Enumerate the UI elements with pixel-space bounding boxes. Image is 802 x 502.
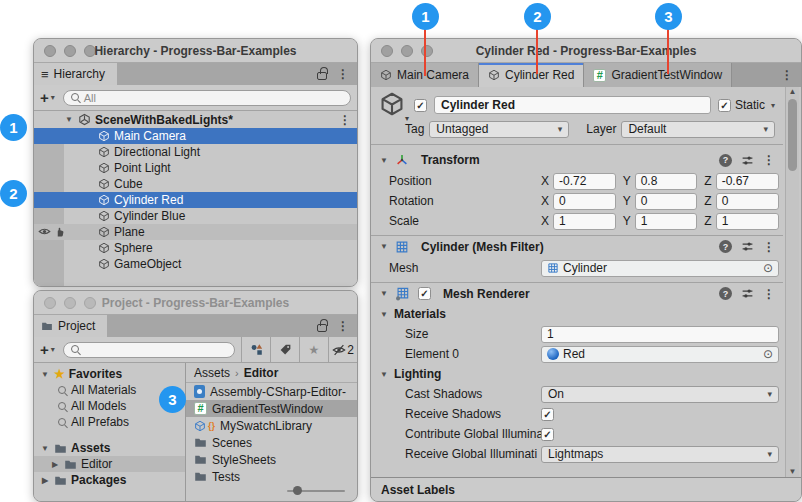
create-dropdown-caret-icon[interactable] xyxy=(51,345,55,354)
folder-assets[interactable]: Assets xyxy=(34,440,185,456)
gameobject-name-field[interactable]: Cylinder Red xyxy=(434,96,711,114)
component-enabled-checkbox[interactable] xyxy=(418,287,431,300)
close-window-button[interactable] xyxy=(44,297,56,309)
file-assembly-csharp-editor[interactable]: Assembly-CSharp-Editor- xyxy=(186,383,357,400)
tab-project[interactable]: Project xyxy=(34,315,107,337)
materials-size-field[interactable]: 1 xyxy=(541,326,779,343)
foldout-closed-icon[interactable] xyxy=(50,460,60,469)
layer-dropdown[interactable]: Default xyxy=(621,121,775,138)
hierarchy-item-sphere[interactable]: Sphere xyxy=(34,240,357,256)
mesh-renderer-component-header[interactable]: Mesh Renderer xyxy=(371,282,783,304)
contribute-gi-checkbox[interactable] xyxy=(541,428,554,441)
hierarchy-item-main-camera[interactable]: Main Camera xyxy=(34,128,357,144)
search-by-label-button[interactable] xyxy=(270,337,299,362)
mesh-object-field[interactable]: Cylinder xyxy=(541,260,779,277)
foldout-closed-icon[interactable] xyxy=(40,476,50,485)
close-window-button[interactable] xyxy=(44,45,56,57)
inspector-titlebar[interactable]: Cylinder Red - Progress-Bar-Examples xyxy=(371,39,801,63)
hierarchy-item-cylinder-blue[interactable]: Cylinder Blue xyxy=(34,208,357,224)
element0-object-field[interactable]: Red xyxy=(541,346,779,363)
close-window-button[interactable] xyxy=(381,45,393,57)
favorites-all-prefabs[interactable]: All Prefabs xyxy=(34,414,185,430)
foldout-open-icon[interactable] xyxy=(64,115,74,124)
asset-labels-bar[interactable]: Asset Labels xyxy=(371,477,801,501)
scale-y-field[interactable]: 1 xyxy=(635,213,698,230)
file-myswatchlibrary[interactable]: MySwatchLibrary xyxy=(186,417,357,434)
inspector-scrollbar[interactable]: ▲ ▼ xyxy=(785,87,799,477)
tab-cylinder-red[interactable]: Cylinder Red xyxy=(479,63,584,87)
zoom-window-button[interactable] xyxy=(84,45,96,57)
hierarchy-titlebar[interactable]: Hierarchy - Progress-Bar-Examples xyxy=(34,39,357,63)
component-menu-icon[interactable] xyxy=(763,287,775,301)
presets-icon[interactable] xyxy=(741,287,754,300)
static-flags-caret-icon[interactable] xyxy=(771,101,775,110)
window-menu-icon[interactable] xyxy=(337,319,349,333)
minimize-window-button[interactable] xyxy=(401,45,413,57)
scene-pickability-hand-icon[interactable] xyxy=(54,226,66,238)
presets-icon[interactable] xyxy=(741,240,754,253)
position-x-field[interactable]: -0.72 xyxy=(553,173,616,190)
lighting-foldout[interactable]: Lighting xyxy=(371,364,783,384)
hierarchy-item-cylinder-red[interactable]: Cylinder Red xyxy=(34,192,357,208)
scroll-down-icon[interactable]: ▼ xyxy=(789,467,797,477)
help-icon[interactable] xyxy=(719,154,732,167)
tag-dropdown[interactable]: Untagged xyxy=(429,121,569,138)
favorites-root[interactable]: Favorites xyxy=(34,366,185,382)
rotation-x-field[interactable]: 0 xyxy=(553,193,616,210)
tab-gradienttestwindow[interactable]: GradientTestWindow xyxy=(584,63,732,87)
file-scenes[interactable]: Scenes xyxy=(186,434,357,451)
zoom-window-button[interactable] xyxy=(421,45,433,57)
scene-visibility-eye-icon[interactable] xyxy=(38,225,51,238)
foldout-open-icon[interactable] xyxy=(379,289,389,298)
position-y-field[interactable]: 0.8 xyxy=(635,173,698,190)
foldout-open-icon[interactable] xyxy=(40,444,50,453)
component-menu-icon[interactable] xyxy=(763,153,775,167)
static-toggle[interactable]: Static xyxy=(718,98,775,112)
hierarchy-item-directional-light[interactable]: Directional Light xyxy=(34,144,357,160)
active-checkbox[interactable] xyxy=(414,99,427,112)
receive-gi-dropdown[interactable]: Lightmaps xyxy=(541,446,779,463)
zoom-window-button[interactable] xyxy=(84,297,96,309)
object-picker-icon[interactable] xyxy=(763,261,773,275)
lock-icon[interactable] xyxy=(317,72,327,80)
scrollbar-thumb[interactable] xyxy=(788,99,797,171)
foldout-open-icon[interactable] xyxy=(379,156,389,165)
file-stylesheets[interactable]: StyleSheets xyxy=(186,451,357,468)
minimize-window-button[interactable] xyxy=(64,45,76,57)
hierarchy-item-plane[interactable]: Plane xyxy=(34,224,357,240)
search-by-type-button[interactable] xyxy=(241,337,270,362)
scale-x-field[interactable]: 1 xyxy=(553,213,616,230)
materials-foldout[interactable]: Materials xyxy=(371,304,783,324)
hierarchy-search-input[interactable]: All xyxy=(63,90,351,106)
hierarchy-item-point-light[interactable]: Point Light xyxy=(34,160,357,176)
gameobject-icon-button[interactable]: ▾ xyxy=(379,91,407,120)
scroll-up-icon[interactable]: ▲ xyxy=(789,87,797,97)
scene-menu-icon[interactable] xyxy=(339,113,351,127)
folder-editor[interactable]: Editor xyxy=(34,456,185,472)
breadcrumb-root[interactable]: Assets xyxy=(194,366,230,380)
breadcrumb-current[interactable]: Editor xyxy=(244,366,279,380)
file-gradienttestwindow[interactable]: GradientTestWindow xyxy=(186,400,357,417)
scene-row[interactable]: SceneWithBakedLights* xyxy=(34,111,357,128)
tab-hierarchy[interactable]: Hierarchy xyxy=(34,63,117,85)
help-icon[interactable] xyxy=(719,240,732,253)
window-menu-icon[interactable] xyxy=(337,67,349,81)
create-dropdown-caret-icon[interactable] xyxy=(51,93,55,102)
mesh-filter-component-header[interactable]: Cylinder (Mesh Filter) xyxy=(371,235,783,257)
hierarchy-item-gameobject[interactable]: GameObject xyxy=(34,256,357,272)
favorites-filter-button[interactable] xyxy=(299,337,328,362)
object-picker-icon[interactable] xyxy=(763,347,773,361)
hidden-packages-button[interactable]: 2 xyxy=(328,337,357,362)
receive-shadows-checkbox[interactable] xyxy=(541,408,554,421)
static-checkbox[interactable] xyxy=(718,99,731,112)
rotation-z-field[interactable]: 0 xyxy=(716,193,779,210)
scale-z-field[interactable]: 1 xyxy=(716,213,779,230)
create-object-button[interactable] xyxy=(40,90,49,105)
foldout-open-icon[interactable] xyxy=(379,310,389,319)
project-search-input[interactable] xyxy=(63,342,235,358)
rotation-y-field[interactable]: 0 xyxy=(635,193,698,210)
position-z-field[interactable]: -0.67 xyxy=(716,173,779,190)
lock-icon[interactable] xyxy=(317,324,327,332)
cast-shadows-dropdown[interactable]: On xyxy=(541,386,779,403)
help-icon[interactable] xyxy=(719,287,732,300)
